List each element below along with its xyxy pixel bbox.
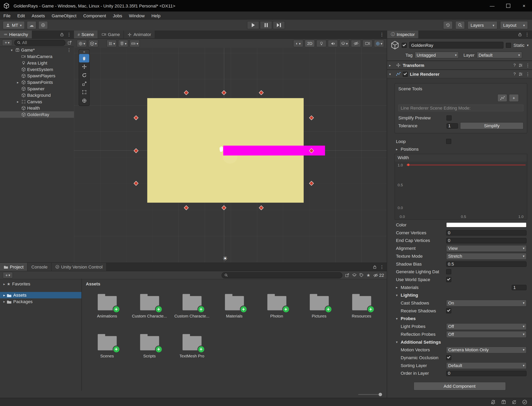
account-dropdown[interactable]: MT ▾	[3, 21, 25, 29]
rotate-tool-button[interactable]	[79, 71, 89, 80]
menu-window[interactable]: Window	[125, 13, 148, 18]
tab-game[interactable]: Game	[98, 30, 124, 38]
scene-audio-toggle[interactable]	[328, 40, 338, 47]
pause-button[interactable]	[260, 21, 272, 29]
transform-component-header[interactable]: ▸ Transform ? ⋮	[387, 61, 532, 70]
loop-checkbox[interactable]	[446, 139, 451, 144]
tag-dropdown[interactable]: Untagged▾	[415, 51, 459, 58]
menu-assets[interactable]: Assets	[28, 13, 48, 18]
menu-edit[interactable]: Edit	[14, 13, 28, 18]
dynamic-occlusion-checkbox[interactable]	[446, 355, 451, 360]
end-cap-vertices-field[interactable]	[446, 238, 527, 243]
asset-folder[interactable]: +Custom Characte...	[128, 291, 171, 332]
close-button[interactable]: ×	[516, 0, 532, 12]
pivot-dropdown[interactable]: ▾	[88, 40, 99, 47]
cast-shadows-dropdown[interactable]: On▾	[446, 300, 527, 306]
rect-tool-button[interactable]	[79, 88, 89, 96]
static-checkbox[interactable]	[506, 43, 511, 48]
lock-icon[interactable]	[60, 32, 64, 36]
favorites-star-icon[interactable]: ★	[367, 273, 370, 278]
tree-item[interactable]: Area Light	[0, 60, 74, 66]
probes-foldout[interactable]: ▾Probes	[387, 315, 532, 323]
asset-folder[interactable]: +Photon	[255, 291, 298, 332]
package-manager-icon[interactable]	[501, 399, 506, 405]
create-asset-button[interactable]: +▾	[3, 272, 13, 278]
cloud-services-button[interactable]: ☁	[27, 21, 36, 29]
texture-mode-dropdown[interactable]: Stretch▾	[446, 253, 527, 260]
tab-animator[interactable]: Animator	[124, 30, 155, 38]
notifications-muted-icon[interactable]	[490, 399, 496, 405]
sun-light-gizmo[interactable]: ☀	[223, 255, 228, 262]
lock-icon[interactable]	[518, 32, 522, 36]
simplify-preview-checkbox[interactable]	[446, 116, 452, 121]
status-check-icon[interactable]	[522, 399, 527, 405]
tree-item[interactable]: Spawner	[0, 86, 74, 92]
help-icon[interactable]: ?	[513, 63, 516, 67]
create-object-button[interactable]: +▾	[2, 39, 12, 46]
generate-lighting-checkbox[interactable]	[446, 269, 451, 274]
shading-mode-dropdown[interactable]: ◐▾	[293, 40, 303, 47]
sidebar-item-assets[interactable]: ▸ Assets	[0, 292, 81, 298]
scene-viewport[interactable]: ☀ ≡	[74, 48, 387, 262]
tab-console[interactable]: Console	[28, 263, 52, 271]
sidebar-item-favorites[interactable]: ▸ ★ Favorites	[0, 281, 81, 287]
undo-history-button[interactable]	[443, 21, 453, 29]
light-probes-dropdown[interactable]: Off▾	[446, 323, 527, 330]
reflection-probes-dropdown[interactable]: Off▾	[446, 331, 527, 338]
presets-icon[interactable]	[518, 72, 523, 76]
tree-item[interactable]: MainCamera	[0, 53, 74, 60]
hidden-items-toggle[interactable]: 22	[373, 273, 384, 278]
open-search-window-icon[interactable]	[345, 273, 349, 277]
handle-diamond[interactable]	[259, 90, 264, 95]
tree-item[interactable]: ▸SpawnPoints	[0, 79, 74, 86]
scene-visibility-toggle[interactable]	[351, 40, 361, 47]
gizmos-dropdown[interactable]: ▾	[374, 40, 384, 47]
shadow-bias-field[interactable]	[446, 261, 527, 267]
motion-vectors-dropdown[interactable]: Camera Motion Only▾	[446, 346, 527, 353]
tab-inspector[interactable]: ⓘ Inspector	[387, 30, 419, 38]
component-enabled-checkbox[interactable]	[403, 71, 408, 77]
receive-shadows-checkbox[interactable]	[446, 308, 451, 313]
menu-jobs[interactable]: Jobs	[109, 13, 125, 18]
add-points-button[interactable]: +	[509, 94, 519, 102]
foldout-open-icon[interactable]: ▾	[9, 48, 14, 52]
label-filter-icon[interactable]	[359, 273, 364, 277]
scale-tool-button[interactable]	[79, 80, 89, 88]
asset-folder[interactable]: +TextMesh Pro	[171, 331, 213, 371]
grid-visibility-dropdown[interactable]: ▾	[107, 40, 117, 47]
line-renderer-component-header[interactable]: ▾ Line Renderer ? ⋮	[387, 70, 532, 79]
handle-diamond[interactable]	[184, 205, 189, 210]
asset-folder[interactable]: +Materials	[213, 291, 255, 332]
menu-component[interactable]: Component	[80, 13, 109, 18]
width-curve-editor[interactable]: Width 1.0 0.5 0.0 0.0 0.5 1.0	[395, 154, 527, 220]
2d-toggle[interactable]: 2D	[305, 40, 315, 47]
handle-diamond[interactable]	[259, 205, 264, 210]
use-world-space-checkbox[interactable]	[446, 277, 451, 282]
presets-icon[interactable]	[518, 63, 523, 67]
menu-file[interactable]: File	[0, 13, 14, 18]
handle-diamond[interactable]	[134, 116, 138, 120]
width-graph[interactable]: 1.0 0.5 0.0 0.0 0.5 1.0	[395, 161, 527, 219]
thumbnail-zoom-slider[interactable]	[358, 393, 382, 396]
color-gradient-field[interactable]	[446, 222, 527, 227]
hand-tool-button[interactable]	[79, 54, 89, 62]
layer-dropdown[interactable]: Default▾	[476, 51, 522, 58]
kebab-menu-icon[interactable]: ⋮	[380, 264, 384, 269]
additional-settings-foldout[interactable]: ▾Additional Settings	[387, 338, 532, 346]
tree-item[interactable]: ▸Canvas	[0, 98, 74, 105]
tree-item[interactable]: SpawnPlayers	[0, 72, 74, 79]
tree-item[interactable]: EventSystem	[0, 66, 74, 73]
foldout-open-icon[interactable]: ▾	[389, 72, 394, 76]
width-curve-key[interactable]	[407, 164, 410, 166]
materials-count-field[interactable]	[511, 285, 526, 290]
tree-item-selected[interactable]: GoldenRay	[0, 111, 74, 118]
foldout-closed-icon[interactable]: ▸	[15, 100, 20, 103]
measure-dropdown[interactable]: ▾	[129, 40, 140, 47]
asset-folder[interactable]: +Custom Characte...	[171, 291, 213, 332]
sidebar-item-packages[interactable]: ▸ Packages	[0, 298, 81, 305]
tab-project[interactable]: Project	[0, 263, 28, 271]
name-field[interactable]	[409, 42, 503, 49]
help-icon[interactable]: ?	[513, 72, 516, 76]
sorting-layer-dropdown[interactable]: Default▾	[446, 362, 527, 369]
layout-dropdown[interactable]: Layout▾	[500, 21, 528, 29]
